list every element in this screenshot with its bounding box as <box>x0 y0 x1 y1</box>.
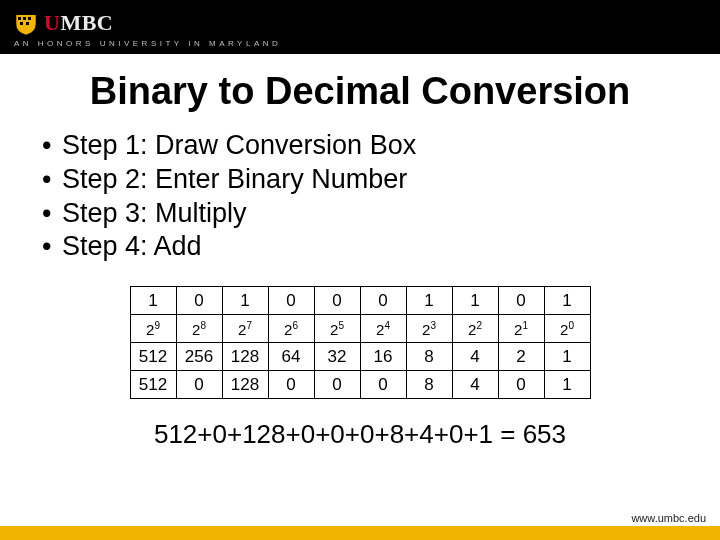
table-row-binary: 1010001101 <box>130 287 590 315</box>
slide: UMBC AN HONORS UNIVERSITY IN MARYLAND Bi… <box>0 0 720 540</box>
table-cell: 1 <box>222 287 268 315</box>
table-cell: 22 <box>452 315 498 343</box>
table-cell: 0 <box>498 371 544 399</box>
table-cell: 0 <box>176 287 222 315</box>
logo: UMBC <box>14 8 706 36</box>
table-cell: 0 <box>268 287 314 315</box>
table-cell: 1 <box>544 287 590 315</box>
table-cell: 20 <box>544 315 590 343</box>
footer-url: www.umbc.edu <box>631 512 706 524</box>
table-cell: 27 <box>222 315 268 343</box>
equation: 512+0+128+0+0+0+8+4+0+1 = 653 <box>30 419 690 450</box>
page-title: Binary to Decimal Conversion <box>30 70 690 113</box>
table-cell: 25 <box>314 315 360 343</box>
table-cell: 0 <box>360 287 406 315</box>
list-item: Step 2: Enter Binary Number <box>42 163 690 197</box>
table-cell: 4 <box>452 343 498 371</box>
tagline: AN HONORS UNIVERSITY IN MARYLAND <box>14 39 706 48</box>
table-cell: 1 <box>452 287 498 315</box>
table-cell: 28 <box>176 315 222 343</box>
table-cell: 24 <box>360 315 406 343</box>
table-cell: 256 <box>176 343 222 371</box>
table-cell: 21 <box>498 315 544 343</box>
table-cell: 26 <box>268 315 314 343</box>
conversion-table: 1010001101 29282726252423222120 51225612… <box>130 286 591 399</box>
table-cell: 29 <box>130 315 176 343</box>
table-cell: 4 <box>452 371 498 399</box>
table-cell: 1 <box>544 343 590 371</box>
table-row-products: 51201280008401 <box>130 371 590 399</box>
table-cell: 128 <box>222 371 268 399</box>
logo-wordmark: UMBC <box>44 10 113 36</box>
table-cell: 32 <box>314 343 360 371</box>
table-cell: 0 <box>360 371 406 399</box>
table-cell: 0 <box>314 371 360 399</box>
list-item: Step 1: Draw Conversion Box <box>42 129 690 163</box>
table-cell: 64 <box>268 343 314 371</box>
table-cell: 23 <box>406 315 452 343</box>
table-cell: 8 <box>406 343 452 371</box>
list-item: Step 3: Multiply <box>42 197 690 231</box>
logo-rest: MBC <box>60 10 113 35</box>
table-cell: 16 <box>360 343 406 371</box>
table-cell: 0 <box>268 371 314 399</box>
table-cell: 1 <box>544 371 590 399</box>
table-cell: 128 <box>222 343 268 371</box>
step-list: Step 1: Draw Conversion Box Step 2: Ente… <box>30 129 690 264</box>
table-cell: 0 <box>498 287 544 315</box>
table-cell: 512 <box>130 371 176 399</box>
conversion-table-wrap: 1010001101 29282726252423222120 51225612… <box>30 286 690 399</box>
table-cell: 0 <box>176 371 222 399</box>
shield-icon <box>14 8 38 36</box>
content: Binary to Decimal Conversion Step 1: Dra… <box>0 54 720 540</box>
table-cell: 2 <box>498 343 544 371</box>
footer: www.umbc.edu <box>0 526 720 540</box>
table-cell: 8 <box>406 371 452 399</box>
table-row-powers: 29282726252423222120 <box>130 315 590 343</box>
header-bar: UMBC AN HONORS UNIVERSITY IN MARYLAND <box>0 0 720 54</box>
table-cell: 512 <box>130 343 176 371</box>
table-cell: 1 <box>406 287 452 315</box>
table-cell: 1 <box>130 287 176 315</box>
list-item: Step 4: Add <box>42 230 690 264</box>
footer-gold-bar <box>0 526 720 540</box>
table-row-values: 5122561286432168421 <box>130 343 590 371</box>
table-cell: 0 <box>314 287 360 315</box>
logo-red: U <box>44 10 60 35</box>
